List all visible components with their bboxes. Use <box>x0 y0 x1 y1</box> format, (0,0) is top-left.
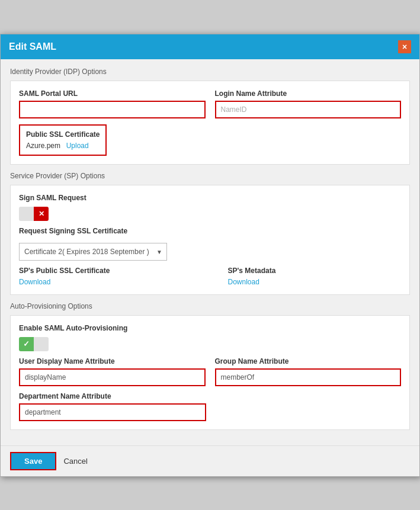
saml-portal-url-input[interactable] <box>19 101 206 118</box>
saml-portal-url-col: SAML Portal URL <box>19 89 206 118</box>
request-signing-select[interactable]: Certificate 2( Expires 2018 September ) <box>19 243 167 261</box>
sign-saml-toggle-container: ✕ <box>19 207 401 221</box>
toggle-sign-x-part: ✕ <box>34 207 49 221</box>
toggle-off-part <box>34 337 49 351</box>
enable-auto-prov-toggle-container <box>19 337 401 351</box>
login-name-attribute-input[interactable] <box>215 101 402 118</box>
dialog-footer: Save Cancel <box>1 445 419 476</box>
idp-section-label: Identity Provider (IDP) Options <box>10 68 410 76</box>
dialog-title: Edit SAML <box>9 41 56 52</box>
department-name-row: Department Name Attribute <box>19 392 401 421</box>
close-button[interactable]: × <box>398 40 411 53</box>
sp-public-ssl-label: SP's Public SSL Certificate <box>19 267 193 275</box>
login-name-attribute-col: Login Name Attribute <box>215 89 402 118</box>
sp-cert-metadata-row: SP's Public SSL Certificate Download SP'… <box>19 267 401 286</box>
dialog-body: Identity Provider (IDP) Options SAML Por… <box>1 59 419 445</box>
attribute-row-1: User Display Name Attribute Group Name A… <box>19 357 401 386</box>
auto-prov-section-label: Auto-Provisioning Options <box>10 302 410 310</box>
enable-auto-prov-toggle[interactable] <box>19 337 49 351</box>
user-display-name-col: User Display Name Attribute <box>19 357 206 386</box>
saml-portal-url-label: SAML Portal URL <box>19 89 206 98</box>
sp-section-box: Sign SAML Request ✕ Request Signing SSL … <box>10 185 410 295</box>
sp-metadata-download-link[interactable]: Download <box>228 278 259 286</box>
sp-metadata-label: SP's Metadata <box>228 267 402 275</box>
department-name-input[interactable] <box>19 403 206 421</box>
ssl-cert-label: Public SSL Certificate <box>26 130 100 139</box>
request-signing-select-wrapper: Certificate 2( Expires 2018 September ) … <box>19 243 167 261</box>
auto-prov-section-box: Enable SAML Auto-Provisioning User Displ… <box>10 315 410 430</box>
ssl-cert-box: Public SSL Certificate Azure.pem Upload <box>19 124 107 156</box>
save-button[interactable]: Save <box>10 452 56 470</box>
idp-top-row: SAML Portal URL Login Name Attribute <box>19 89 401 118</box>
group-name-col: Group Name Attribute <box>215 357 402 386</box>
upload-link[interactable]: Upload <box>66 142 89 150</box>
user-display-name-label: User Display Name Attribute <box>19 357 206 365</box>
request-signing-row: Request Signing SSL Certificate Certific… <box>19 227 401 261</box>
edit-saml-dialog: Edit SAML × Identity Provider (IDP) Opti… <box>0 34 420 477</box>
enable-auto-prov-label: Enable SAML Auto-Provisioning <box>19 324 401 332</box>
group-name-input[interactable] <box>215 368 402 386</box>
sp-section-label: Service Provider (SP) Options <box>10 172 410 180</box>
group-name-label: Group Name Attribute <box>215 357 402 365</box>
department-name-label: Department Name Attribute <box>19 392 401 400</box>
request-signing-label: Request Signing SSL Certificate <box>19 227 401 235</box>
sp-public-ssl-download-link[interactable]: Download <box>19 278 50 286</box>
dialog-header: Edit SAML × <box>1 34 419 59</box>
sp-public-ssl-col: SP's Public SSL Certificate Download <box>19 267 193 286</box>
login-name-attribute-label: Login Name Attribute <box>215 89 402 98</box>
ssl-cert-filename: Azure.pem <box>26 142 60 150</box>
sign-saml-toggle[interactable]: ✕ <box>19 207 49 221</box>
sign-saml-label: Sign SAML Request <box>19 194 401 202</box>
toggle-sign-off-part <box>19 207 34 221</box>
user-display-name-input[interactable] <box>19 368 206 386</box>
toggle-on-part <box>19 337 34 351</box>
cancel-button[interactable]: Cancel <box>63 457 87 466</box>
idp-section-box: SAML Portal URL Login Name Attribute Pub… <box>10 81 410 165</box>
sp-metadata-col: SP's Metadata Download <box>228 267 402 286</box>
